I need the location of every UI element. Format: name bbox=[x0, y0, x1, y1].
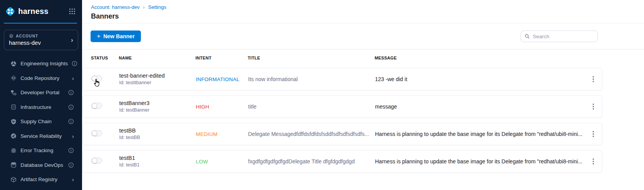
app-grid-icon[interactable] bbox=[69, 8, 75, 15]
sidebar-item-error-tracking[interactable]: Error Tracking › bbox=[0, 143, 82, 158]
harness-logo[interactable]: harness bbox=[5, 6, 48, 17]
banner-id: Id: testitbanner bbox=[119, 80, 196, 86]
sidebar-item-database-devops[interactable]: Database DevOps › bbox=[0, 158, 82, 173]
chevron-right-icon: › bbox=[71, 36, 73, 44]
new-banner-button[interactable]: + New Banner bbox=[91, 31, 141, 42]
table-row[interactable]: test-banner-edited Id: testitbanner INFO… bbox=[82, 68, 602, 90]
sidebar-item-service-reliability[interactable]: Service Reliability › bbox=[0, 129, 82, 144]
sidebar-header: harness bbox=[0, 0, 82, 23]
chevron-right-icon: › bbox=[72, 75, 74, 81]
sidebar-item-artifact-registry[interactable]: Artifact Registry › bbox=[0, 172, 82, 187]
chevron-right-icon: › bbox=[72, 176, 74, 183]
banner-name: testB1 bbox=[119, 154, 196, 162]
banner-name: test-banner-edited bbox=[119, 72, 196, 80]
banner-intent: MEDIUM bbox=[196, 131, 248, 137]
infrastructure-icon bbox=[10, 104, 17, 110]
account-name: harness-dev bbox=[9, 39, 73, 46]
mouse-cursor-icon bbox=[93, 78, 101, 88]
table-row[interactable]: testB1 Id: testB1 LOW fxgdfgdfgdfgdfgdDe… bbox=[82, 150, 602, 173]
banner-title: title bbox=[248, 103, 375, 110]
app-root: harness ACCOUNT harness-dev › bbox=[0, 0, 644, 190]
column-header-status: STATUS bbox=[91, 56, 119, 60]
harness-logo-icon bbox=[5, 6, 15, 17]
banner-list: test-banner-edited Id: testitbanner INFO… bbox=[82, 66, 644, 178]
banner-intent: HIGH bbox=[196, 104, 248, 110]
breadcrumb-settings-link[interactable]: Settings bbox=[148, 4, 166, 10]
sidebar-accent-line bbox=[4, 23, 77, 24]
sidebar-item-supply-chain[interactable]: Supply Chain › bbox=[0, 114, 82, 129]
column-header-message: MESSAGE bbox=[375, 56, 587, 60]
info-icon[interactable] bbox=[68, 162, 74, 168]
info-icon[interactable] bbox=[68, 148, 74, 153]
table-header: STATUS NAME INTENT TITLE MESSAGE bbox=[82, 49, 602, 66]
account-selector[interactable]: ACCOUNT harness-dev › bbox=[4, 30, 78, 50]
account-label: ACCOUNT bbox=[16, 34, 38, 38]
banner-message: Harness is planning to update the base i… bbox=[375, 131, 586, 137]
new-banner-label: New Banner bbox=[103, 33, 135, 39]
database-devops-icon bbox=[10, 162, 17, 168]
breadcrumb-separator: › bbox=[143, 5, 145, 10]
banner-intent: INFORMATIONAL bbox=[196, 76, 248, 82]
banner-title: fxgdfgdfgdfgdfgdDelegate Title dfgfdgdfg… bbox=[248, 158, 375, 165]
code-repository-icon bbox=[10, 75, 17, 81]
banner-title: Delegate Messagedfdffdsfdfdsfsddfsdfsdfs… bbox=[248, 131, 375, 137]
row-menu-kebab-icon[interactable] bbox=[590, 102, 597, 112]
supply-chain-icon bbox=[10, 119, 17, 125]
banner-message: message bbox=[375, 103, 586, 110]
plus-icon: + bbox=[97, 33, 101, 39]
error-tracking-icon bbox=[10, 148, 17, 154]
status-toggle[interactable] bbox=[91, 130, 102, 136]
table-row[interactable]: testBanner3 Id: testBanner HIGH title me… bbox=[82, 95, 602, 118]
banner-name: testBanner3 bbox=[119, 100, 196, 107]
row-menu-kebab-icon[interactable] bbox=[590, 129, 597, 139]
artifact-registry-icon bbox=[10, 176, 17, 183]
banner-id: Id: testBB bbox=[119, 134, 196, 141]
developer-portal-icon bbox=[10, 90, 17, 96]
column-header-intent: INTENT bbox=[195, 56, 248, 60]
banner-message: 123 -we did it bbox=[375, 76, 586, 82]
logo-text: harness bbox=[18, 7, 48, 16]
search-box bbox=[521, 31, 598, 42]
search-icon bbox=[525, 34, 529, 39]
service-reliability-icon bbox=[10, 133, 17, 139]
info-icon[interactable] bbox=[68, 104, 74, 110]
column-header-name: NAME bbox=[119, 56, 195, 60]
table-row[interactable]: testBB Id: testBB MEDIUM Delegate Messag… bbox=[82, 123, 602, 145]
row-menu-kebab-icon[interactable] bbox=[590, 156, 597, 166]
toolbar: + New Banner bbox=[82, 24, 644, 49]
page-title: Banners bbox=[91, 12, 644, 20]
sidebar-item-developer-portal[interactable]: Developer Portal › bbox=[0, 85, 82, 100]
banner-intent: LOW bbox=[196, 159, 248, 165]
status-toggle[interactable] bbox=[91, 103, 102, 109]
banner-title: Its now informational bbox=[248, 76, 375, 82]
status-toggle[interactable] bbox=[91, 158, 102, 164]
banner-id: Id: testBanner bbox=[119, 107, 196, 114]
sidebar-nav: Engineering Insights › Code Repository ›… bbox=[0, 56, 82, 187]
breadcrumb-account-link[interactable]: Account: harness-dev bbox=[91, 4, 140, 10]
banner-message: Harness is planning to update the base i… bbox=[375, 158, 586, 165]
search-input[interactable] bbox=[533, 34, 594, 39]
sidebar-item-engineering-insights[interactable]: Engineering Insights › bbox=[0, 56, 82, 71]
banner-name: testBB bbox=[119, 127, 196, 134]
main-content: Account: harness-dev › Settings Banners … bbox=[82, 0, 644, 190]
sidebar-item-code-repository[interactable]: Code Repository › bbox=[0, 71, 82, 86]
info-icon[interactable] bbox=[68, 119, 74, 124]
insights-icon bbox=[10, 61, 17, 67]
info-icon[interactable] bbox=[72, 61, 77, 66]
sidebar-item-infrastructure[interactable]: Infrastructure › bbox=[0, 100, 82, 115]
breadcrumb: Account: harness-dev › Settings bbox=[91, 4, 644, 10]
banner-id: Id: testB1 bbox=[119, 162, 196, 168]
layers-icon bbox=[9, 34, 14, 38]
row-menu-kebab-icon[interactable] bbox=[590, 74, 597, 84]
sidebar: harness ACCOUNT harness-dev › bbox=[0, 0, 82, 190]
info-icon[interactable] bbox=[68, 90, 74, 95]
column-header-title: TITLE bbox=[248, 56, 375, 60]
chevron-right-icon: › bbox=[72, 133, 74, 139]
page-header: Account: harness-dev › Settings Banners bbox=[82, 0, 644, 24]
